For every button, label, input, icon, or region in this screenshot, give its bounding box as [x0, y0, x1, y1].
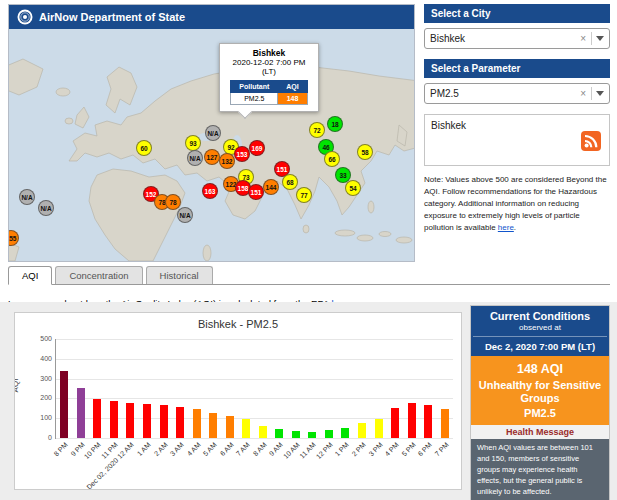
aqi-map-marker[interactable]: 144: [263, 179, 279, 195]
chart-bar[interactable]: [93, 399, 101, 438]
popup-pollutant-header: Pollutant: [231, 81, 278, 93]
select-city-header: Select a City: [424, 4, 610, 23]
aqi-map-marker[interactable]: 93: [185, 135, 201, 151]
aqi-map-marker[interactable]: 127: [204, 149, 220, 165]
aqi-map-marker[interactable]: 66: [324, 151, 340, 167]
chart-bar[interactable]: [325, 430, 333, 438]
aqi-map-marker[interactable]: N/A: [205, 125, 221, 141]
aqi-map-marker[interactable]: N/A: [177, 207, 193, 223]
chart-bar[interactable]: [193, 409, 201, 438]
chart-bar[interactable]: [110, 401, 118, 438]
parameter-caret-icon[interactable]: [596, 91, 604, 96]
city-select[interactable]: Bishkek ×: [424, 28, 610, 49]
popup-city: Bishkek: [223, 48, 315, 58]
chart-bar[interactable]: [259, 426, 267, 438]
gridline: [56, 359, 453, 360]
note-here-link[interactable]: here: [498, 223, 514, 232]
popup-aqi-value: 148: [278, 93, 307, 105]
chart-bar[interactable]: [126, 403, 134, 438]
chart-bar[interactable]: [408, 403, 416, 438]
city-caret-icon[interactable]: [596, 36, 604, 41]
chart-bar[interactable]: [143, 404, 151, 438]
x-tick-label: 7 PM: [433, 441, 450, 458]
select-parameter-header: Select a Parameter: [424, 59, 610, 78]
aqi-map-marker[interactable]: 163: [202, 183, 218, 199]
aqi-map-marker[interactable]: 169: [249, 140, 265, 156]
aqi-map-marker[interactable]: 78: [165, 194, 181, 210]
aqi-map-marker[interactable]: 58: [357, 144, 373, 160]
aqi-map-marker[interactable]: 132: [219, 153, 235, 169]
aqi-map-marker[interactable]: 151: [248, 184, 264, 200]
note-text-after: .: [514, 223, 516, 232]
chart-bar[interactable]: [160, 405, 168, 438]
chart-bar[interactable]: [176, 407, 184, 438]
app-title: AirNow Department of State: [39, 11, 185, 23]
chart-bar[interactable]: [391, 408, 399, 438]
city-clear-icon[interactable]: ×: [580, 33, 586, 44]
aqi-map-marker[interactable]: 153: [234, 146, 250, 162]
aqi-map-marker[interactable]: N/A: [38, 200, 54, 216]
parameter-select[interactable]: PM2.5 ×: [424, 83, 610, 104]
dos-seal-icon: [17, 9, 33, 25]
y-tick-label: 200: [24, 394, 52, 401]
chart-bar[interactable]: [341, 428, 349, 438]
current-conditions-panel: Current Conditions observed at Dec 2, 20…: [470, 305, 610, 500]
chart-bar[interactable]: [77, 388, 85, 438]
health-message-text: When AQI values are between 101 and 150,…: [471, 439, 609, 500]
aqi-map-marker[interactable]: N/A: [19, 189, 35, 205]
chart-bar[interactable]: [375, 419, 383, 438]
observation-datetime: Dec 2, 2020 7:00 PM (LT): [473, 336, 607, 352]
aqi-category: Unhealthy for Sensitive Groups: [475, 379, 605, 404]
health-message-header: Health Message: [471, 425, 609, 439]
aqi-map-marker[interactable]: 18: [327, 116, 343, 132]
x-tick-label: 5 PM: [400, 441, 417, 458]
parameter-clear-icon[interactable]: ×: [580, 88, 586, 99]
aqi-map-marker[interactable]: 54: [345, 180, 361, 196]
x-tick-label: 3 AM: [169, 441, 185, 457]
city-select-value: Bishkek: [430, 33, 580, 44]
chart-plot-area: 01002003004005008 PM9 PM10 PM11 PMDec 02…: [55, 339, 453, 439]
chart-bar[interactable]: [424, 405, 432, 438]
aqi-map-marker[interactable]: 68: [282, 174, 298, 190]
rss-icon[interactable]: [581, 131, 601, 153]
popup-aqi-header: AQI: [278, 81, 307, 93]
aqi-map-marker[interactable]: 60: [136, 140, 152, 156]
chart-bar[interactable]: [242, 419, 250, 438]
popup-local-time: (LT): [223, 67, 315, 76]
divider: [591, 32, 592, 45]
tab-historical[interactable]: Historical: [146, 266, 213, 284]
x-tick-label: 10 AM: [282, 441, 301, 460]
tab-concentration[interactable]: Concentration: [55, 266, 142, 284]
aqi-map-marker[interactable]: N/A: [187, 150, 203, 166]
chart-bar[interactable]: [209, 413, 217, 438]
aqi-map-marker[interactable]: 72: [309, 122, 325, 138]
y-tick-label: 100: [24, 414, 52, 421]
chart-bar[interactable]: [60, 371, 68, 438]
x-tick-label: 3 PM: [367, 441, 384, 458]
chart-title: Bishkek - PM2.5: [15, 318, 461, 330]
current-conditions-title: Current Conditions: [473, 310, 607, 322]
x-tick-label: 4 PM: [384, 441, 401, 458]
controls-column: Select a City Bishkek × Select a Paramet…: [424, 4, 610, 234]
x-tick-label: 8 PM: [53, 441, 70, 458]
chart-bar[interactable]: [358, 423, 366, 438]
aqi-map-marker[interactable]: 155: [9, 230, 19, 246]
chart-bar[interactable]: [275, 429, 283, 438]
x-tick-label: 2 AM: [152, 441, 168, 457]
gridline: [56, 438, 453, 439]
tab-bar: AQI Concentration Historical: [8, 266, 610, 285]
chart-bar[interactable]: [441, 409, 449, 438]
y-tick-label: 400: [24, 355, 52, 362]
x-tick-label: 1 PM: [334, 441, 351, 458]
aqi-map-marker[interactable]: 77: [296, 187, 312, 203]
x-tick-label: 6 PM: [417, 441, 434, 458]
chart-panel: Bishkek - PM2.5 AQI 01002003004005008 PM…: [14, 312, 462, 490]
world-map[interactable]: 6093N/A92N/A1271321531697312215815116314…: [9, 29, 414, 261]
feed-city-label: Bishkek: [431, 120, 466, 131]
note-text: Note: Values above 500 are considered Be…: [424, 174, 610, 234]
bottom-section: Bishkek - PM2.5 AQI 01002003004005008 PM…: [0, 302, 617, 500]
chart-bar[interactable]: [226, 416, 234, 438]
chart-bar[interactable]: [308, 432, 316, 438]
tab-aqi[interactable]: AQI: [8, 266, 52, 285]
chart-bar[interactable]: [292, 431, 300, 438]
